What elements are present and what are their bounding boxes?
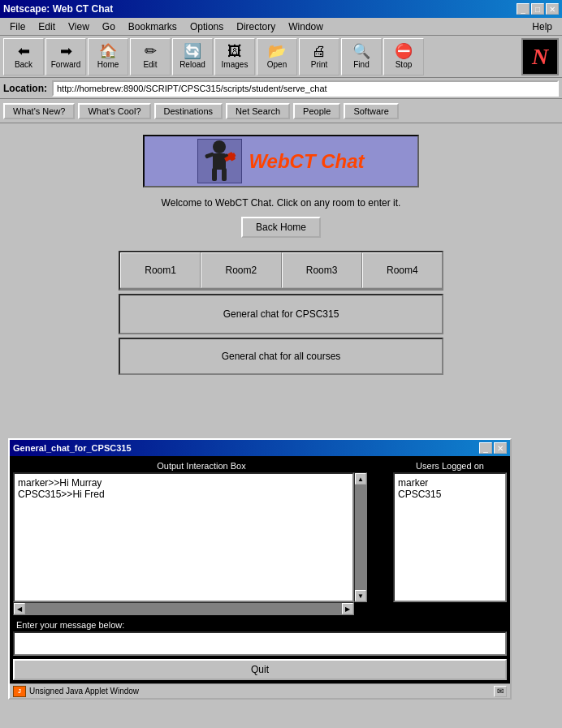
svg-rect-1 [213,153,226,170]
message-1: CPSC315>>Hi Fred [18,489,349,500]
webct-header: WebCT Chat [143,135,419,187]
room1-button[interactable]: Room1 [120,252,201,288]
output-scrollbar-v[interactable]: ▲ ▼ [354,472,367,602]
user-0: marker [398,477,502,489]
forward-icon: ➡ [60,44,72,58]
chat-window-title: General_chat_for_CPSC315 [13,443,132,453]
scroll-track [355,485,366,590]
stop-label: Stop [396,60,413,69]
output-scrollbar-h[interactable]: ◀ ▶ [13,602,354,615]
print-icon: 🖨 [312,44,326,58]
location-bar: Location: [0,78,562,99]
menu-bookmarks[interactable]: Bookmarks [122,19,184,34]
reload-icon: 🔄 [184,44,201,58]
chat-title-buttons: _ ✕ [479,442,507,454]
print-label: Print [311,60,328,69]
message-input[interactable] [13,631,507,656]
open-icon: 📂 [268,44,286,58]
menu-window[interactable]: Window [282,19,330,34]
back-icon: ⬅ [18,44,30,58]
room3-button[interactable]: Room3 [282,252,362,288]
home-icon: 🏠 [99,44,117,58]
maximize-button[interactable]: □ [531,3,544,15]
home-label: Home [97,60,119,69]
rooms-row: Room1 Room2 Room3 Room4 [120,252,442,289]
general-chat-cpsc-button[interactable]: General chat for CPSC315 [119,294,443,334]
software-button[interactable]: Software [344,103,398,119]
minimize-button[interactable]: _ [517,3,530,15]
quit-button[interactable]: Quit [13,659,507,680]
people-button[interactable]: People [293,103,340,119]
edit-button[interactable]: ✏ Edit [130,38,171,75]
menu-go[interactable]: Go [96,19,122,34]
edit-label: Edit [143,60,157,69]
output-box-container: marker>>Hi Murray CPSC315>>Hi Fred [13,472,354,602]
chat-body: Output Interaction Box marker>>Hi Murray… [10,456,510,683]
whats-cool-button[interactable]: What's Cool? [78,103,150,119]
room4-button[interactable]: Room4 [362,252,442,288]
menu-options[interactable]: Options [184,19,230,34]
java-status-bar: J Unsigned Java Applet Window ✉ [10,683,510,698]
forward-label: Forward [51,60,81,69]
menu-file[interactable]: File [3,19,32,34]
scroll-right-arrow[interactable]: ▶ [342,603,353,614]
back-home-button[interactable]: Back Home [241,217,321,238]
chat-minimize-button[interactable]: _ [479,442,492,454]
location-input[interactable] [52,80,559,97]
webct-logo [197,139,242,183]
browser-content: WebCT Chat Welcome to WebCT Chat. Click … [0,123,562,383]
general-chat-all-button[interactable]: General chat for all courses [119,338,443,375]
menu-view[interactable]: View [62,19,96,34]
chat-window: General_chat_for_CPSC315 _ ✕ Output Inte… [8,438,512,700]
net-search-button[interactable]: Net Search [226,103,290,119]
svg-point-0 [213,140,226,153]
images-icon: 🖼 [227,44,242,58]
images-button[interactable]: 🖼 Images [214,38,255,75]
find-icon: 🔍 [352,44,370,58]
input-label: Enter your message below: [13,618,507,631]
title-bar: Netscape: Web CT Chat _ □ ✕ [0,0,562,18]
back-button[interactable]: ⬅ Back [3,38,44,75]
back-label: Back [15,60,32,69]
reload-button[interactable]: 🔄 Reload [172,38,213,75]
menu-directory[interactable]: Directory [230,19,282,34]
chat-close-button[interactable]: ✕ [494,442,507,454]
find-button[interactable]: 🔍 Find [341,38,382,75]
scroll-left-arrow[interactable]: ◀ [14,603,25,614]
svg-rect-4 [212,168,217,181]
rooms-container: Room1 Room2 Room3 Room4 [119,251,443,291]
room2-button[interactable]: Room2 [201,252,281,288]
message-0: marker>>Hi Murray [18,477,349,489]
edit-icon: ✏ [145,44,157,58]
forward-button[interactable]: ➡ Forward [45,38,86,75]
open-button[interactable]: 📂 Open [257,38,297,75]
open-label: Open [267,60,287,69]
chat-users-area: Users Logged on marker CPSC315 [393,459,507,615]
location-label: Location: [3,83,47,94]
welcome-text: Welcome to WebCT Chat. Click on any room… [162,197,401,209]
menu-edit[interactable]: Edit [32,19,62,34]
user-1: CPSC315 [398,489,502,500]
webct-figure [201,139,238,183]
scroll-up-arrow[interactable]: ▲ [355,473,366,485]
destinations-button[interactable]: Destinations [154,103,223,119]
whats-new-button[interactable]: What's New? [3,103,75,119]
users-label: Users Logged on [393,459,507,472]
home-button[interactable]: 🏠 Home [88,38,128,75]
menu-help[interactable]: Help [525,19,559,34]
users-logged-on-box: marker CPSC315 [393,472,507,602]
chat-title-bar: General_chat_for_CPSC315 _ ✕ [10,440,510,456]
netscape-logo: N [521,38,559,75]
scroll-down-arrow[interactable]: ▼ [355,590,366,601]
scroll-h-track [25,603,342,614]
webct-chat-title: WebCT Chat [249,150,364,173]
output-interaction-box[interactable]: marker>>Hi Murray CPSC315>>Hi Fred [13,472,354,602]
close-button[interactable]: ✕ [546,3,559,15]
print-button[interactable]: 🖨 Print [299,38,339,75]
menu-bar: File Edit View Go Bookmarks Options Dire… [0,18,562,36]
window-title: Netscape: Web CT Chat [3,3,113,15]
email-icon[interactable]: ✉ [494,686,507,697]
toolbar: ⬅ Back ➡ Forward 🏠 Home ✏ Edit 🔄 Reload … [0,36,562,78]
svg-rect-5 [222,168,227,181]
stop-button[interactable]: ⛔ Stop [383,38,424,75]
